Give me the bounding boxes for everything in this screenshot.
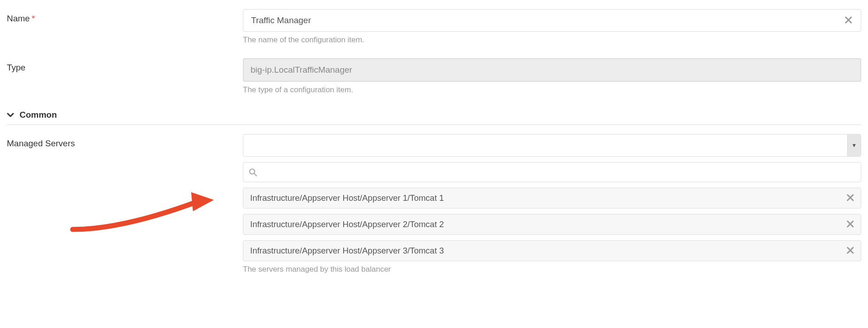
chevron-down-icon — [7, 111, 14, 119]
section-common-toggle[interactable]: Common — [7, 108, 861, 125]
managed-servers-select[interactable]: ▼ — [243, 134, 861, 157]
managed-server-path: Infrastructure/Appserver Host/Appserver … — [250, 219, 444, 229]
managed-server-path: Infrastructure/Appserver Host/Appserver … — [250, 246, 444, 256]
managed-servers-search-input[interactable] — [261, 167, 855, 178]
type-readonly-field: big-ip.LocalTrafficManager — [243, 58, 861, 82]
select-arrow-icon[interactable]: ▼ — [847, 134, 861, 156]
managed-servers-help-text: The servers managed by this load balance… — [243, 265, 861, 274]
list-item[interactable]: Infrastructure/Appserver Host/Appserver … — [243, 188, 861, 209]
required-asterisk: * — [32, 14, 35, 23]
managed-server-path: Infrastructure/Appserver Host/Appserver … — [250, 193, 444, 203]
search-icon — [249, 168, 257, 176]
section-title: Common — [20, 110, 57, 120]
remove-item-icon[interactable] — [847, 219, 854, 230]
list-item[interactable]: Infrastructure/Appserver Host/Appserver … — [243, 214, 861, 235]
name-input-wrap[interactable] — [243, 9, 861, 32]
list-item[interactable]: Infrastructure/Appserver Host/Appserver … — [243, 240, 861, 261]
name-label: Name* — [7, 9, 243, 24]
svg-line-1 — [254, 174, 256, 176]
type-label: Type — [7, 58, 243, 73]
remove-item-icon[interactable] — [847, 193, 854, 204]
annotation-arrow — [66, 189, 220, 239]
remove-item-icon[interactable] — [847, 246, 854, 256]
name-input[interactable] — [250, 15, 843, 26]
name-help-text: The name of the configuration item. — [243, 35, 861, 45]
type-help-text: The type of a configuration item. — [243, 85, 861, 94]
managed-servers-search-wrap[interactable] — [243, 162, 861, 182]
clear-name-icon[interactable] — [843, 15, 854, 26]
managed-servers-label: Managed Servers — [7, 134, 243, 149]
